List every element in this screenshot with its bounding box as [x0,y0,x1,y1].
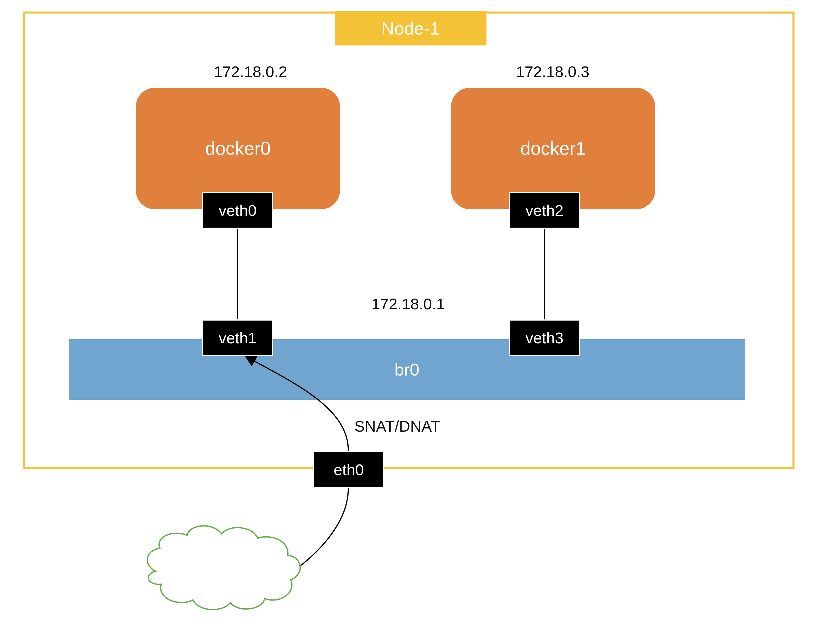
veth0-box: veth0 [202,192,273,229]
veth2-box: veth2 [509,192,580,229]
docker1-ip: 172.18.0.3 [495,63,610,80]
cloud-label: Outside world [173,557,273,596]
nat-label: SNAT/DNAT [354,417,440,435]
bridge-label: br0 [394,360,419,380]
node-title: Node-1 [335,11,487,45]
docker0-ip: 172.18.0.2 [193,63,308,80]
eth0-box: eth0 [313,451,384,488]
veth3-box: veth3 [509,320,580,356]
veth1-box: veth1 [202,320,273,356]
bridge-box: br0 [68,338,746,401]
bridge-ip: 172.18.0.1 [351,295,466,313]
